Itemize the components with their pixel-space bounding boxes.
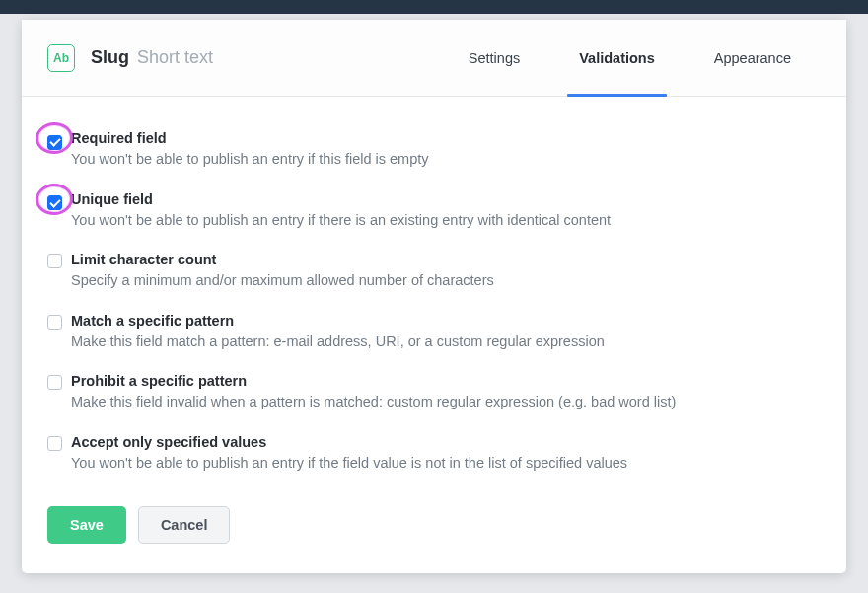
tabs: Settings Validations Appearance	[439, 20, 821, 96]
validation-unique: Unique field You won't be able to publis…	[47, 191, 821, 231]
app-top-bar	[0, 0, 868, 14]
field-subtitle: Short text	[137, 47, 213, 68]
validation-desc: Make this field invalid when a pattern i…	[71, 393, 676, 412]
checkbox-match-pattern[interactable]	[47, 315, 62, 330]
field-title: Slug	[91, 47, 129, 68]
modal-body: Required field You won't be able to publ…	[22, 97, 846, 496]
validation-desc: You won't be able to publish an entry if…	[71, 454, 627, 474]
validation-desc: You won't be able to publish an entry if…	[71, 211, 611, 231]
modal-footer: Save Cancel	[22, 496, 846, 573]
validation-match-pattern: Match a specific pattern Make this field…	[47, 313, 821, 352]
tab-settings[interactable]: Settings	[439, 20, 549, 96]
checkbox-required[interactable]	[47, 135, 62, 150]
field-type-icon-label: Ab	[53, 51, 69, 65]
field-type-icon: Ab	[47, 44, 75, 72]
validation-desc: Specify a minimum and/or maximum allowed…	[71, 271, 494, 291]
validation-limit-chars: Limit character count Specify a minimum …	[47, 252, 821, 291]
checkbox-prohibit-pattern[interactable]	[47, 375, 62, 390]
validation-title: Accept only specified values	[71, 434, 627, 450]
validation-title: Limit character count	[71, 252, 494, 267]
checkbox-limit-chars[interactable]	[47, 254, 62, 268]
cancel-button[interactable]: Cancel	[138, 506, 231, 544]
validation-title: Unique field	[71, 191, 611, 207]
field-settings-modal: Ab Slug Short text Settings Validations …	[22, 20, 846, 573]
tab-appearance[interactable]: Appearance	[685, 20, 821, 96]
validation-title: Required field	[71, 130, 429, 146]
tab-validations[interactable]: Validations	[549, 20, 685, 96]
validation-required: Required field You won't be able to publ…	[47, 130, 821, 170]
modal-header: Ab Slug Short text Settings Validations …	[22, 20, 846, 97]
save-button[interactable]: Save	[47, 506, 126, 544]
checkbox-unique[interactable]	[47, 195, 62, 210]
validation-desc: You won't be able to publish an entry if…	[71, 150, 429, 170]
validation-prohibit-pattern: Prohibit a specific pattern Make this fi…	[47, 373, 821, 412]
validation-title: Match a specific pattern	[71, 313, 605, 329]
validation-accept-values: Accept only specified values You won't b…	[47, 434, 821, 474]
validation-title: Prohibit a specific pattern	[71, 373, 676, 389]
validation-desc: Make this field match a pattern: e-mail …	[71, 333, 605, 352]
checkbox-accept-values[interactable]	[47, 436, 62, 451]
